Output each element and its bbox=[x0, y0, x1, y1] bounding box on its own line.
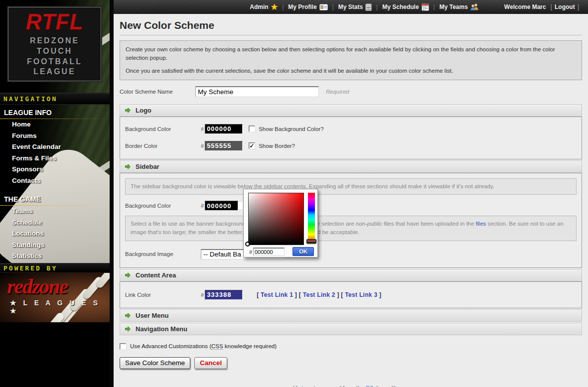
league-logo[interactable]: RTFL REDZONE TOUCH FOOTBALL LEAGUE bbox=[8, 7, 101, 81]
topbar-separator: | bbox=[332, 3, 334, 10]
show-border-checkbox[interactable]: ✓ bbox=[249, 142, 255, 149]
test-link-1[interactable]: Test Link 1 bbox=[261, 291, 293, 298]
checkbox-label: Show Border? bbox=[259, 143, 295, 149]
logout-label: Logout bbox=[555, 3, 575, 10]
cancel-button[interactable]: Cancel bbox=[194, 357, 227, 369]
page-footer: Various icons used from the Silk Icons l… bbox=[120, 383, 582, 387]
topbar-my-stats[interactable]: My Stats bbox=[338, 3, 372, 11]
sidebar-navigation: LEAGUE INFO Home Forums Event Calendar F… bbox=[0, 105, 110, 262]
silk-icons-link[interactable]: Silk Icons bbox=[365, 385, 390, 387]
green-arrow-icon bbox=[125, 326, 131, 332]
logo-background-color-input[interactable] bbox=[205, 124, 243, 134]
picker-hex-input[interactable] bbox=[253, 248, 285, 256]
intro-note: Create your own color scheme by choosing… bbox=[120, 40, 582, 80]
bracket: ] bbox=[295, 291, 297, 298]
sidebar-item-standings[interactable]: Standings bbox=[0, 240, 110, 251]
league-logo-line: FOOTBALL bbox=[27, 57, 82, 67]
user-topbar: Admin ★ | My Profile | My Stats | My Sch… bbox=[114, 0, 588, 14]
sidebar-item-forums[interactable]: Forums bbox=[0, 130, 110, 142]
vcard-icon bbox=[319, 4, 328, 10]
redzone-wordmark: redzone bbox=[7, 276, 67, 297]
logo-background-color-row: Background Color # Show Background Color… bbox=[120, 120, 582, 137]
section-box-sidebar: The sidebar background color is viewable… bbox=[120, 173, 582, 268]
field-label: Background Image bbox=[125, 251, 201, 257]
topbar-my-profile[interactable]: My Profile bbox=[288, 3, 327, 10]
sidebar-item-event-calendar[interactable]: Event Calendar bbox=[0, 141, 110, 153]
section-header-content-area[interactable]: Content Area bbox=[120, 269, 582, 281]
note-text: files that have been uploaded in the bbox=[382, 221, 476, 227]
section-header-navigation-menu[interactable]: Navigation Menu bbox=[120, 323, 582, 335]
logo-border-color-input[interactable] bbox=[205, 141, 243, 151]
color-cursor-icon[interactable] bbox=[245, 242, 250, 247]
league-logo-abbr: RTFL bbox=[26, 11, 84, 33]
section-title: Content Area bbox=[136, 271, 176, 279]
green-arrow-icon bbox=[125, 272, 131, 278]
sidebar-note: The sidebar background color is viewable… bbox=[125, 178, 577, 195]
green-arrow-icon bbox=[125, 107, 131, 114]
footer-text: Various icons used from the bbox=[294, 385, 366, 387]
hash-prefix: # bbox=[201, 126, 204, 132]
sidebar-background-color-input[interactable] bbox=[205, 201, 238, 211]
hash-prefix: # bbox=[249, 249, 252, 255]
topbar-admin[interactable]: Admin ★ bbox=[250, 2, 278, 11]
advanced-label-text: knowledge required) bbox=[223, 343, 277, 349]
league-logo-line: REDZONE bbox=[30, 36, 79, 46]
scheme-name-input[interactable] bbox=[195, 86, 319, 97]
footer-text: library. bbox=[390, 385, 409, 387]
section-title: Sidebar bbox=[136, 163, 159, 170]
redzone-leagues-logo[interactable]: redzone ★ L E A G U E S ★ bbox=[0, 273, 110, 322]
text-cursor bbox=[238, 202, 243, 209]
sidebar-item-statistics[interactable]: Statistics bbox=[0, 251, 110, 262]
banner-image-note: Select a file to use as the banner backg… bbox=[125, 216, 577, 241]
note-italic: non-public bbox=[356, 221, 382, 227]
show-background-color-checkbox[interactable] bbox=[249, 126, 255, 132]
topbar-admin-label: Admin bbox=[250, 3, 268, 10]
required-note: Required bbox=[326, 89, 349, 95]
footer-line-1: Various icons used from the Silk Icons l… bbox=[120, 383, 582, 387]
background-image-row: Background Image -- Default Ba bbox=[120, 245, 582, 262]
group-icon bbox=[470, 3, 479, 10]
color-picker-popup: # OK bbox=[243, 189, 318, 258]
bracket: [ bbox=[257, 291, 259, 298]
nav-section-the-game: THE GAME bbox=[0, 191, 110, 206]
test-link-3[interactable]: Test Link 3 bbox=[345, 291, 377, 298]
link-color-input[interactable] bbox=[205, 290, 243, 300]
sidebar-item-schedule[interactable]: Schedule bbox=[0, 217, 110, 229]
sidebar-item-sponsors[interactable]: Sponsors bbox=[0, 164, 110, 175]
sidebar-item-teams[interactable]: Teams bbox=[0, 206, 110, 217]
save-color-scheme-button[interactable]: Save Color Scheme bbox=[120, 357, 190, 369]
nav-section-league-info: LEAGUE INFO bbox=[0, 105, 110, 119]
sidebar-item-home[interactable]: Home bbox=[0, 119, 110, 130]
topbar-my-schedule[interactable]: My Schedule bbox=[382, 3, 429, 11]
section-header-sidebar[interactable]: Sidebar bbox=[120, 160, 582, 173]
bracket: [ bbox=[341, 291, 343, 298]
hue-slider[interactable] bbox=[308, 193, 315, 241]
hue-slider-handle[interactable] bbox=[306, 239, 316, 244]
field-label: Background Color bbox=[125, 126, 201, 132]
section-header-logo[interactable]: Logo bbox=[120, 104, 582, 117]
test-link-2[interactable]: Test Link 2 bbox=[303, 291, 335, 298]
use-advanced-customizations-checkbox[interactable] bbox=[120, 343, 126, 350]
hash-prefix: # bbox=[201, 143, 204, 149]
sidebar-item-contacts[interactable]: Contacts bbox=[0, 175, 110, 187]
field-label: Background Color bbox=[125, 203, 201, 209]
calculator-icon bbox=[365, 3, 372, 11]
sidebar-item-forms-files[interactable]: Forms & Files bbox=[0, 153, 110, 164]
section-box-content-area: Link Color # [ Test Link 1 ] [ Test Link… bbox=[120, 281, 582, 308]
section-header-user-menu[interactable]: User Menu bbox=[120, 309, 582, 322]
files-link[interactable]: files bbox=[476, 221, 486, 227]
logo-border-color-row: Border Color # ✓ Show Border? bbox=[120, 137, 582, 154]
bracket: [ bbox=[299, 291, 301, 298]
navigation-banner: NAVIGATION bbox=[0, 93, 110, 105]
topbar-my-teams[interactable]: My Teams bbox=[440, 3, 479, 10]
saturation-value-gradient[interactable] bbox=[248, 193, 304, 245]
bracket: ] bbox=[379, 291, 381, 298]
logout-link[interactable]: [ Logout ] bbox=[551, 3, 579, 10]
topbar-my-teams-label: My Teams bbox=[440, 3, 468, 10]
picker-ok-button[interactable]: OK bbox=[293, 247, 314, 256]
welcome-user-label: Welcome Marc bbox=[504, 3, 546, 10]
sidebar-background-color-row: Background Color # bbox=[120, 197, 582, 214]
section-box-logo: Background Color # Show Background Color… bbox=[120, 117, 582, 159]
bracket: [ bbox=[551, 3, 552, 10]
sidebar-item-locations[interactable]: Locations bbox=[0, 228, 110, 240]
